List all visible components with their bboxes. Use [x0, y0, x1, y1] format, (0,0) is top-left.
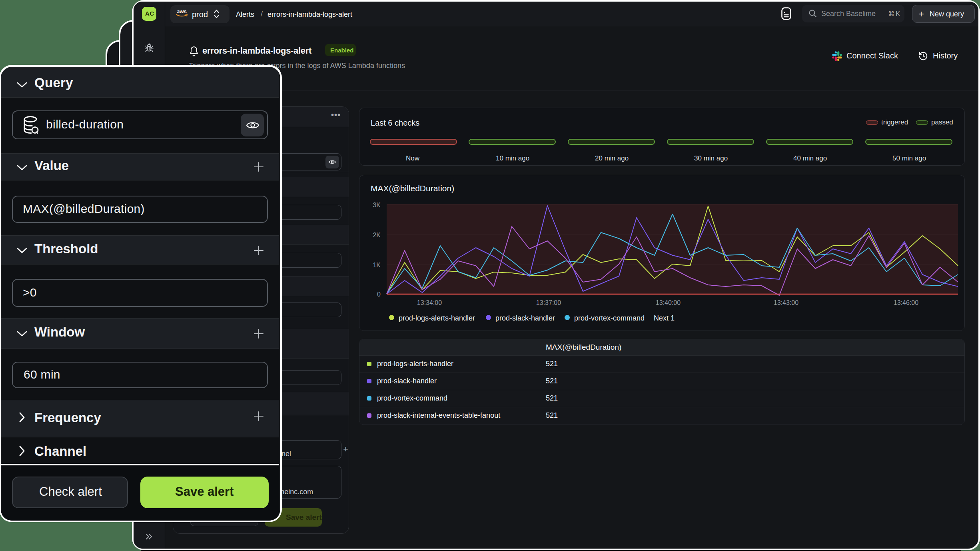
- svg-text:0: 0: [377, 291, 381, 298]
- svg-text:13:43:00: 13:43:00: [774, 299, 798, 306]
- svg-text:13:46:00: 13:46:00: [894, 299, 918, 306]
- svg-text:2K: 2K: [373, 232, 381, 238]
- svg-text:13:34:00: 13:34:00: [417, 299, 442, 306]
- svg-text:3K: 3K: [373, 202, 381, 208]
- svg-text:13:37:00: 13:37:00: [536, 299, 561, 306]
- svg-text:13:40:00: 13:40:00: [656, 299, 681, 306]
- svg-text:1K: 1K: [373, 262, 381, 268]
